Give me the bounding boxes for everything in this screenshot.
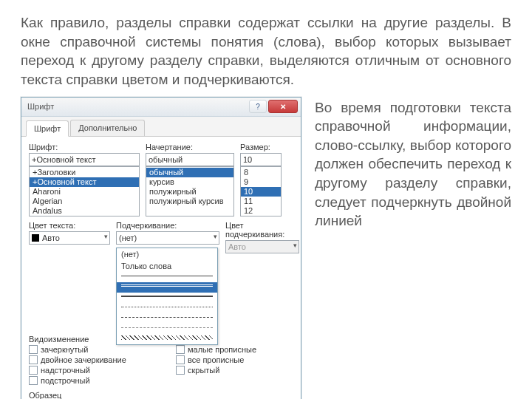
check-superscript[interactable]: надстрочный bbox=[29, 366, 146, 375]
underline-dropdown[interactable]: (нет) Только слова bbox=[116, 248, 218, 345]
list-item[interactable]: полужирный курсив bbox=[146, 197, 233, 206]
list-item[interactable]: обычный bbox=[146, 168, 233, 177]
label-font: Шрифт: bbox=[29, 143, 140, 151]
check-allcaps[interactable]: все прописные bbox=[176, 355, 293, 364]
underline-option-double[interactable] bbox=[117, 282, 217, 293]
list-item[interactable]: 11 bbox=[241, 197, 281, 206]
list-item[interactable]: 8 bbox=[241, 168, 281, 177]
underline-option-dashed[interactable] bbox=[117, 313, 217, 324]
list-item[interactable]: +Заголовки bbox=[30, 168, 139, 177]
underline-option-none[interactable]: (нет) bbox=[117, 248, 217, 260]
check-hidden[interactable]: скрытый bbox=[176, 366, 293, 375]
check-label: все прописные bbox=[188, 355, 244, 364]
color-swatch bbox=[32, 234, 39, 242]
underline-option-dashlong[interactable] bbox=[117, 324, 217, 334]
underline-option-single[interactable] bbox=[117, 272, 217, 282]
check-strike[interactable]: зачеркнутый bbox=[29, 345, 146, 354]
check-smallcaps[interactable]: малые прописные bbox=[176, 345, 293, 354]
underline-option-wavy[interactable] bbox=[117, 334, 217, 344]
ulcolor-select: Авто bbox=[225, 240, 299, 253]
check-label: надстрочный bbox=[41, 366, 90, 375]
check-label: скрытый bbox=[188, 366, 219, 375]
check-label: подстрочный bbox=[41, 376, 90, 385]
size-input[interactable] bbox=[240, 153, 282, 166]
label-color: Цвет текста: bbox=[29, 221, 110, 230]
underline-option-dotted[interactable] bbox=[117, 303, 217, 313]
close-icon[interactable]: ✕ bbox=[268, 100, 298, 113]
list-item[interactable]: полужирный bbox=[146, 187, 233, 197]
check-subscript[interactable]: подстрочный bbox=[29, 376, 146, 385]
size-list[interactable]: 8 9 10 11 12 bbox=[240, 166, 282, 216]
check-label: малые прописные bbox=[188, 345, 256, 354]
underline-select[interactable]: (нет) bbox=[116, 231, 219, 245]
list-item[interactable]: +Основной текст bbox=[30, 177, 139, 187]
sample-label: Образец bbox=[29, 391, 293, 399]
underline-option-words[interactable]: Только слова bbox=[117, 260, 217, 272]
underline-value: (нет) bbox=[119, 233, 137, 242]
side-paragraph: Во время подготовки текста справочной ин… bbox=[315, 97, 511, 231]
color-select[interactable]: Авто bbox=[29, 231, 110, 245]
font-list[interactable]: +Заголовки +Основной текст Aharoni Alger… bbox=[29, 166, 140, 216]
list-item[interactable]: 12 bbox=[241, 206, 281, 216]
style-list[interactable]: обычный курсив полужирный полужирный кур… bbox=[146, 166, 234, 216]
check-label: зачеркнутый bbox=[41, 345, 88, 354]
tab-font[interactable]: Шрифт bbox=[26, 120, 69, 137]
intro-paragraph: Как правило, разделы справки содержат сс… bbox=[21, 13, 511, 89]
font-dialog: Шрифт ? ✕ Шрифт Дополнительно Шрифт: +За… bbox=[21, 97, 301, 399]
label-style: Начертание: bbox=[146, 143, 234, 151]
tab-advanced[interactable]: Дополнительно bbox=[70, 120, 145, 136]
label-ulcolor: Цвет подчеркивания: bbox=[225, 221, 299, 239]
font-input[interactable] bbox=[29, 153, 140, 166]
style-input[interactable] bbox=[146, 153, 234, 166]
label-size: Размер: bbox=[240, 143, 282, 151]
color-value: Авто bbox=[42, 233, 60, 242]
list-item[interactable]: 9 bbox=[241, 177, 281, 187]
list-item[interactable]: 10 bbox=[241, 187, 281, 197]
underline-option-thick[interactable] bbox=[117, 293, 217, 303]
dialog-titlebar: Шрифт ? ✕ bbox=[21, 98, 301, 117]
label-underline: Подчеркивание: bbox=[116, 221, 219, 230]
list-item[interactable]: Andalus bbox=[30, 206, 139, 216]
ulcolor-value: Авто bbox=[228, 242, 246, 251]
dialog-title: Шрифт bbox=[27, 102, 249, 111]
help-icon[interactable]: ? bbox=[249, 100, 267, 113]
list-item[interactable]: курсив bbox=[146, 177, 233, 187]
check-dstrike[interactable]: двойное зачеркивание bbox=[29, 355, 146, 364]
list-item[interactable]: Algerian bbox=[30, 197, 139, 206]
check-label: двойное зачеркивание bbox=[41, 355, 126, 364]
list-item[interactable]: Aharoni bbox=[30, 187, 139, 197]
